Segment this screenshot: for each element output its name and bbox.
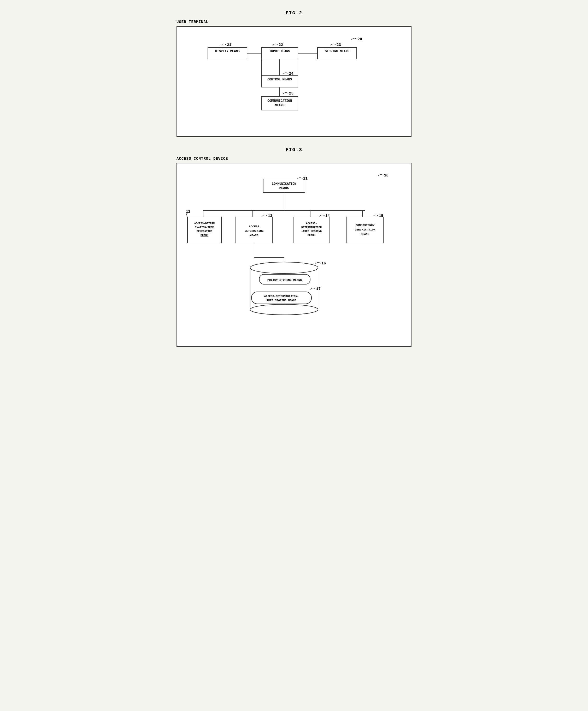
svg-rect-8	[261, 47, 298, 59]
svg-text:23: 23	[337, 43, 341, 47]
svg-point-69	[250, 262, 318, 274]
svg-rect-14	[261, 96, 298, 110]
svg-text:DETERMINING: DETERMINING	[245, 230, 264, 233]
svg-text:CONTROL MEANS: CONTROL MEANS	[267, 78, 292, 82]
svg-text:15: 15	[379, 214, 383, 218]
svg-text:11: 11	[303, 176, 308, 180]
svg-text:VERIFICATION: VERIFICATION	[355, 228, 375, 231]
svg-text:MEANS: MEANS	[361, 233, 369, 236]
svg-text:ACCESS: ACCESS	[249, 225, 259, 228]
svg-text:ACCESS-: ACCESS-	[306, 222, 317, 225]
svg-text:12: 12	[186, 210, 190, 214]
svg-text:21: 21	[227, 43, 231, 47]
svg-text:DETERMINATION: DETERMINATION	[301, 226, 322, 229]
svg-rect-26	[263, 179, 305, 193]
fig3-device-label: ACCESS CONTROL DEVICE	[176, 157, 412, 161]
svg-text:ACCESS-DETERMINATION-: ACCESS-DETERMINATION-	[264, 295, 299, 298]
fig3-svg-container: 10 COMMUNICATION MEANS 11	[182, 171, 407, 338]
svg-text:14: 14	[326, 214, 330, 218]
fig2-diagram: 20 21 22 23 24 25 DISPLAY MEANS	[176, 26, 412, 137]
fig3-section: FIG.3 ACCESS CONTROL DEVICE 10 COMMUNICA…	[176, 147, 412, 347]
svg-text:INPUT MEANS: INPUT MEANS	[269, 49, 290, 53]
svg-text:CONSISTENCY: CONSISTENCY	[356, 224, 375, 227]
fig2-title: FIG.2	[176, 10, 412, 16]
svg-text:GENERATING: GENERATING	[196, 230, 212, 233]
fig2-device-label: USER TERMINAL	[176, 20, 412, 24]
svg-text:MEANS: MEANS	[279, 186, 289, 190]
svg-text:STORING MEANS: STORING MEANS	[325, 49, 349, 53]
svg-text:25: 25	[289, 91, 293, 95]
svg-text:COMMUNICATION: COMMUNICATION	[267, 99, 292, 103]
svg-text:MEANS: MEANS	[275, 104, 284, 107]
fig3-diagram: 10 COMMUNICATION MEANS 11	[176, 163, 412, 347]
svg-rect-6	[208, 47, 247, 59]
svg-text:22: 22	[279, 43, 283, 47]
fig3-title: FIG.3	[176, 147, 412, 152]
svg-text:ACCESS-DETERM: ACCESS-DETERM	[194, 222, 215, 225]
svg-text:16: 16	[321, 261, 326, 265]
svg-text:DISPLAY MEANS: DISPLAY MEANS	[215, 49, 240, 53]
svg-text:13: 13	[268, 214, 272, 218]
svg-text:MEANS: MEANS	[308, 234, 315, 237]
svg-text:-TREE MERGING: -TREE MERGING	[301, 230, 322, 233]
svg-rect-10	[317, 47, 357, 59]
svg-text:10: 10	[384, 173, 388, 177]
svg-text:MEANS: MEANS	[201, 234, 208, 237]
svg-text:20: 20	[357, 37, 362, 42]
fig2-section: FIG.2 USER TERMINAL 20 21 22 23 24	[176, 10, 412, 137]
fig2-svg-container: 20 21 22 23 24 25 DISPLAY MEANS	[200, 35, 388, 128]
svg-text:COMMUNICATION: COMMUNICATION	[272, 182, 296, 186]
svg-text:24: 24	[289, 71, 293, 76]
svg-rect-74	[251, 292, 312, 304]
svg-text:TREE STORING MEANS: TREE STORING MEANS	[267, 299, 296, 302]
svg-text:INATION-TREE: INATION-TREE	[195, 226, 214, 229]
svg-text:17: 17	[316, 287, 321, 291]
svg-text:MEANS: MEANS	[250, 234, 258, 237]
svg-point-68	[250, 304, 318, 315]
svg-text:POLICY STORING MEANS: POLICY STORING MEANS	[267, 279, 302, 282]
svg-rect-12	[261, 76, 298, 87]
